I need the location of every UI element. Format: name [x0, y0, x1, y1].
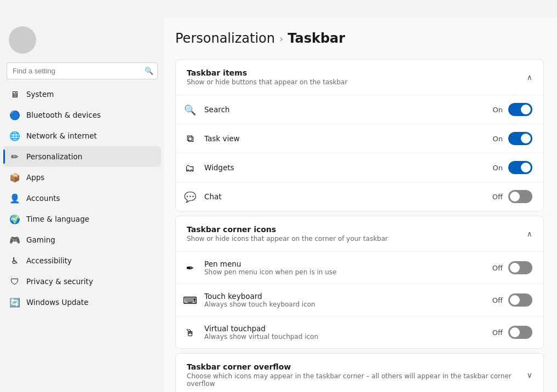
sidebar-item-accounts[interactable]: 👤 Accounts [3, 188, 161, 209]
chevron-taskbar-corner-icons: ∧ [527, 229, 532, 238]
toggle-track-chat[interactable] [508, 190, 532, 203]
minimize-button[interactable] [481, 0, 507, 18]
sidebar-item-apps[interactable]: 📦 Apps [3, 167, 161, 188]
row-desc-touch-keyboard: Always show touch keyboard icon [204, 301, 315, 308]
section-taskbar-corner-icons: Taskbar corner icons Show or hide icons … [175, 216, 544, 349]
toggle-search[interactable] [508, 103, 532, 116]
row-title-pen-menu: Pen menu [204, 260, 336, 268]
user-profile [0, 18, 164, 60]
toggle-label-search: On [493, 106, 503, 114]
search-input[interactable] [7, 62, 158, 79]
sidebar-label-accounts: Accounts [26, 194, 60, 203]
row-right-widgets: On [493, 161, 532, 174]
row-title-virtual-touchpad: Virtual touchpad [204, 324, 318, 333]
row-left-widgets: 🗂 Widgets [204, 161, 234, 174]
sidebar-label-accessibility: Accessibility [26, 256, 72, 265]
maximize-button[interactable] [507, 0, 532, 18]
toggle-track-widgets[interactable] [508, 161, 532, 174]
sidebar-label-time: Time & language [26, 215, 89, 223]
chevron-taskbar-items: ∧ [527, 73, 532, 82]
row-taskview: ⧉ Task view On [176, 124, 543, 153]
toggle-track-search[interactable] [508, 103, 532, 116]
toggle-track-pen-menu[interactable] [508, 261, 532, 274]
widgets-icon: 🗂 [183, 161, 197, 174]
row-text-pen-menu: Pen menu Show pen menu icon when pen is … [204, 260, 336, 276]
sidebar-item-personalization[interactable]: ✏️ Personalization [3, 146, 161, 167]
sidebar: 🔍 🖥 System 🔵 Bluetooth & devices 🌐 Netwo… [0, 18, 164, 392]
row-right-touch-keyboard: Off [492, 293, 532, 307]
card-desc-taskbar-items: Show or hide buttons that appear on the … [187, 78, 347, 86]
sidebar-label-update: Windows Update [26, 298, 88, 307]
card-header-taskbar-corner-icons[interactable]: Taskbar corner icons Show or hide icons … [176, 216, 543, 252]
card-header-taskbar-items[interactable]: Taskbar items Show or hide buttons that … [176, 60, 543, 95]
sidebar-label-network: Network & internet [26, 131, 97, 140]
avatar [9, 26, 36, 54]
card-title-taskbar-corner-icons: Taskbar corner icons [187, 225, 388, 234]
sidebar-item-system[interactable]: 🖥 System [3, 84, 161, 105]
toggle-virtual-touchpad[interactable] [508, 326, 532, 339]
sidebar-item-network[interactable]: 🌐 Network & internet [3, 125, 161, 146]
toggle-taskview[interactable] [508, 132, 532, 145]
toggle-widgets[interactable] [508, 161, 532, 174]
touch-keyboard-icon: ⌨️ [183, 293, 197, 307]
toggle-label-widgets: On [493, 164, 503, 172]
toggle-label-chat: Off [492, 193, 503, 201]
row-desc-virtual-touchpad: Always show virtual touchpad icon [204, 333, 318, 341]
sidebar-item-accessibility[interactable]: ♿ Accessibility [3, 250, 161, 271]
card-desc-taskbar-corner-icons: Show or hide icons that appear on the co… [187, 235, 388, 243]
toggle-touch-keyboard[interactable] [508, 293, 532, 307]
sidebar-item-bluetooth[interactable]: 🔵 Bluetooth & devices [3, 105, 161, 125]
main-content: Personalization › Taskbar Taskbar items … [164, 18, 557, 392]
row-left-touch-keyboard: ⌨️ Touch keyboard Always show touch keyb… [204, 292, 315, 308]
breadcrumb: Personalization › Taskbar [175, 31, 544, 46]
row-widgets: 🗂 Widgets On [176, 153, 543, 182]
row-title-widgets: Widgets [204, 163, 234, 172]
app-body: 🔍 🖥 System 🔵 Bluetooth & devices 🌐 Netwo… [0, 18, 557, 392]
sidebar-item-update[interactable]: 🔄 Windows Update [3, 292, 161, 313]
sidebar-item-gaming[interactable]: 🎮 Gaming [3, 229, 161, 250]
virtual-touchpad-icon: 🖱 [183, 326, 197, 339]
row-search: 🔍 Search On [176, 95, 543, 124]
section-taskbar-corner-overflow: Taskbar corner overflow Choose which ico… [175, 353, 544, 392]
sidebar-item-time[interactable]: 🌍 Time & language [3, 209, 161, 229]
row-left-taskview: ⧉ Task view [204, 132, 240, 145]
row-right-chat: Off [492, 190, 532, 203]
sidebar-item-privacy[interactable]: 🛡 Privacy & security [3, 271, 161, 292]
row-left-search: 🔍 Search [204, 103, 229, 116]
row-right-taskview: On [493, 132, 532, 145]
card-header-taskbar-corner-overflow[interactable]: Taskbar corner overflow Choose which ico… [176, 354, 543, 392]
close-button[interactable] [532, 0, 557, 18]
toggle-track-touch-keyboard[interactable] [508, 293, 532, 307]
row-title-chat: Chat [204, 192, 222, 201]
chevron-taskbar-corner-overflow: ∨ [527, 371, 532, 379]
toggle-track-virtual-touchpad[interactable] [508, 326, 532, 339]
sidebar-label-privacy: Privacy & security [26, 277, 93, 286]
back-button[interactable] [7, 0, 32, 18]
row-right-pen-menu: Off [492, 261, 532, 274]
row-left-chat: 💬 Chat [204, 190, 222, 203]
apps-icon: 📦 [10, 172, 20, 182]
update-icon: 🔄 [10, 297, 20, 307]
network-icon: 🌐 [10, 131, 20, 141]
toggle-track-taskview[interactable] [508, 132, 532, 145]
toggle-chat[interactable] [508, 190, 532, 203]
breadcrumb-current: Taskbar [288, 31, 345, 46]
row-touch-keyboard: ⌨️ Touch keyboard Always show touch keyb… [176, 284, 543, 316]
toggle-thumb-taskview [521, 134, 531, 143]
taskview-icon: ⧉ [183, 132, 197, 145]
card-header-text-taskbar-items: Taskbar items Show or hide buttons that … [187, 68, 347, 86]
toggle-pen-menu[interactable] [508, 261, 532, 274]
toggle-thumb-widgets [521, 163, 531, 172]
toggle-thumb-virtual-touchpad [510, 327, 520, 337]
sections-container: Taskbar items Show or hide buttons that … [175, 59, 544, 392]
breadcrumb-separator: › [279, 33, 283, 44]
breadcrumb-parent: Personalization [175, 31, 275, 46]
sidebar-label-personalization: Personalization [26, 152, 82, 161]
chat-icon: 💬 [183, 190, 197, 203]
toggle-thumb-pen-menu [510, 263, 520, 273]
time-icon: 🌍 [10, 214, 20, 224]
pen-menu-icon: ✒️ [183, 261, 197, 274]
row-title-search: Search [204, 105, 229, 114]
card-header-text-taskbar-corner-icons: Taskbar corner icons Show or hide icons … [187, 225, 388, 243]
row-text-widgets: Widgets [204, 163, 234, 172]
